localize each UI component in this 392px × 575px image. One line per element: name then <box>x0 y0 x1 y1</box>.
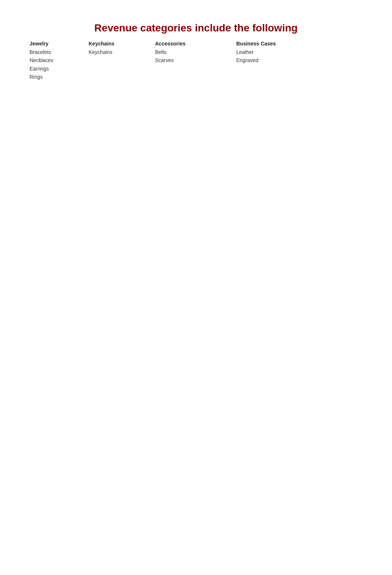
category-header-jewelry: Jewelry <box>30 41 89 47</box>
category-header-business-cases: Business Cases <box>236 41 317 47</box>
category-header-keychains: Keychains <box>89 41 155 47</box>
category-column-business-cases: Business CasesLeatherEngraved <box>236 41 317 81</box>
list-item: Scarves <box>155 56 236 64</box>
list-item: Engraved <box>236 56 317 64</box>
list-item: Belts <box>155 48 236 56</box>
category-column-accessories: AccessoriesBeltsScarves <box>155 41 236 81</box>
list-item: Rings <box>30 73 89 81</box>
category-header-accessories: Accessories <box>155 41 236 47</box>
list-item: Earrings <box>30 65 89 73</box>
categories-grid: JewelryBraceletsNecklacesEarringsRingsKe… <box>30 41 362 81</box>
category-column-keychains: KeychainsKeychains <box>89 41 155 81</box>
category-column-jewelry: JewelryBraceletsNecklacesEarringsRings <box>30 41 89 81</box>
page-title: Revenue categories include the following <box>30 22 362 34</box>
page-container: Revenue categories include the following… <box>0 0 392 103</box>
list-item: Leather <box>236 48 317 56</box>
list-item: Necklaces <box>30 56 89 64</box>
list-item: Keychains <box>89 48 155 56</box>
list-item: Bracelets <box>30 48 89 56</box>
